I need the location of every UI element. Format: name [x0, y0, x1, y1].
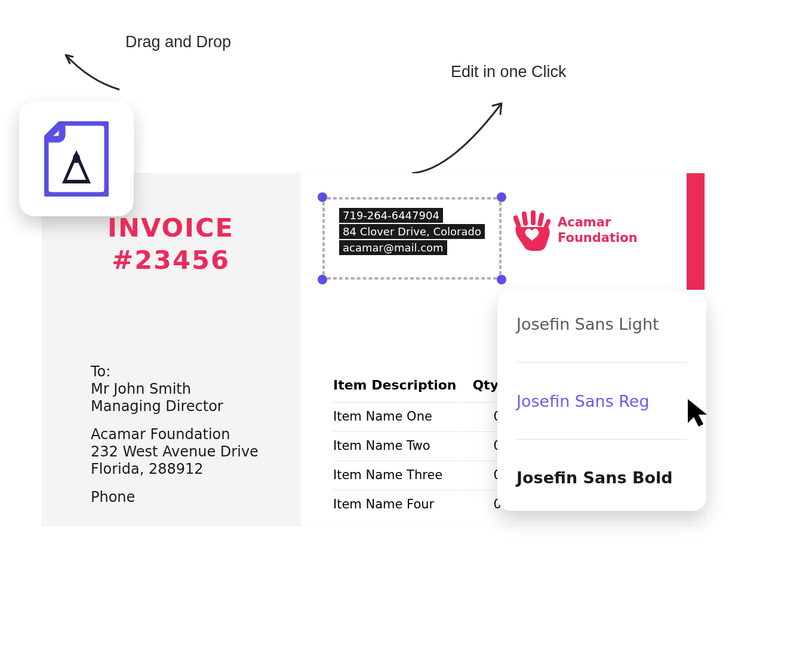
- organization-badge[interactable]: Acamar Foundation: [513, 209, 638, 251]
- svg-rect-1: [513, 214, 522, 228]
- svg-rect-2: [521, 211, 528, 226]
- resize-handle-tl[interactable]: [318, 192, 327, 202]
- contact-phone: 719-264-6447904: [339, 208, 443, 223]
- recipient-org: Acamar Foundation: [91, 426, 259, 443]
- invoice-word: INVOICE: [107, 212, 234, 244]
- recipient-name: Mr John Smith: [91, 381, 259, 397]
- arrow-icon: [54, 48, 125, 96]
- recipient-street: 232 West Avenue Drive: [91, 443, 259, 460]
- font-picker-panel[interactable]: Josefin Sans Light Josefin Sans Reg Jose…: [497, 291, 706, 511]
- font-option-bold[interactable]: Josefin Sans Bold: [516, 462, 687, 493]
- svg-point-0: [73, 154, 80, 163]
- annotation-drag: Drag and Drop: [125, 33, 231, 51]
- svg-rect-4: [537, 212, 545, 226]
- cursor-icon: [687, 398, 712, 429]
- svg-rect-3: [531, 210, 536, 225]
- resize-handle-tr[interactable]: [497, 192, 506, 202]
- table-row: Item Name Three0: [333, 461, 513, 489]
- col-description: Item Description: [333, 378, 457, 401]
- font-option-light[interactable]: Josefin Sans Light: [516, 309, 687, 339]
- invoice-heading[interactable]: INVOICE #23456: [107, 212, 234, 277]
- recipient-block[interactable]: To: Mr John Smith Managing Director Acam…: [91, 363, 259, 506]
- pink-accent-tab: [687, 173, 705, 290]
- divider: [516, 439, 687, 440]
- font-option-regular[interactable]: Josefin Sans Reg: [516, 386, 687, 416]
- resize-handle-bl[interactable]: [318, 275, 327, 284]
- phone-label: Phone: [91, 489, 259, 505]
- to-label: To:: [91, 363, 259, 380]
- resize-handle-br[interactable]: [497, 275, 506, 284]
- org-name: Acamar Foundation: [558, 214, 638, 246]
- arrow-icon: [406, 93, 513, 179]
- recipient-role: Managing Director: [91, 398, 259, 415]
- table-row: Item Name Four0: [333, 490, 513, 518]
- invoice-number: #23456: [107, 244, 234, 277]
- annotation-edit: Edit in one Click: [451, 63, 567, 81]
- pdf-document-icon: [44, 121, 109, 197]
- pdf-file-tile[interactable]: [19, 102, 134, 216]
- table-row: Item Name One0: [333, 402, 513, 430]
- hand-heart-icon: [513, 209, 550, 251]
- recipient-city: Florida, 288912: [91, 461, 259, 477]
- contact-address: 84 Clover Drive, Colorado: [339, 224, 485, 239]
- items-table[interactable]: Item Description Qty Item Name One0 Item…: [332, 376, 515, 519]
- contact-text-block[interactable]: 719-264-6447904 84 Clover Drive, Colorad…: [339, 208, 485, 256]
- divider: [516, 362, 687, 363]
- table-row: Item Name Two0: [333, 431, 513, 459]
- contact-email: acamar@mail.com: [339, 240, 447, 255]
